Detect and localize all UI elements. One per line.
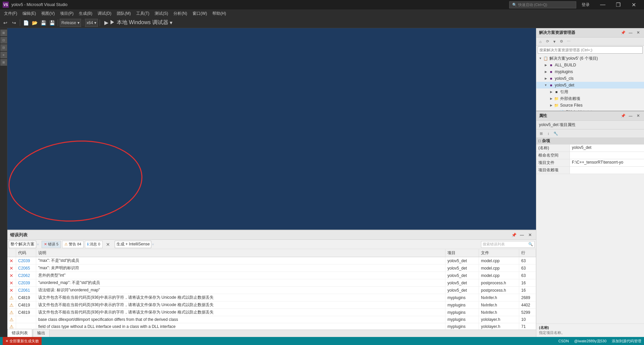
tree-source-files[interactable]: ▶ 📁 Source Files bbox=[536, 102, 644, 109]
table-row[interactable]: ⚠ field of class type without a DLL inte… bbox=[7, 323, 536, 330]
se-tb-sync[interactable]: ⟳ bbox=[544, 38, 551, 45]
filter-label: 整个解决方案 bbox=[9, 241, 36, 248]
config-dropdown[interactable]: Release ▾ bbox=[60, 19, 81, 27]
error-search-box[interactable]: 搜索错误列表 🔍 bbox=[481, 241, 535, 248]
table-row[interactable]: ✕ C2039 "max": 不是"std"的成员 yolov5_det mod… bbox=[7, 257, 536, 265]
menu-tools[interactable]: 工具(T) bbox=[133, 9, 152, 17]
se-tb-more[interactable]: ⋯ bbox=[565, 38, 572, 45]
tree-all-build[interactable]: ▶ ■ ALL_BUILD bbox=[536, 62, 644, 68]
table-row[interactable]: ⚠ C4819 该文件包含不能在当前代码页(936)中表示的字符，请将该文件保存… bbox=[7, 301, 536, 309]
menu-test[interactable]: 测试(S) bbox=[152, 9, 171, 17]
error-panel-close[interactable]: ✕ bbox=[527, 232, 533, 238]
save-all-btn[interactable]: 💾 bbox=[48, 19, 56, 27]
col-header-file[interactable]: 文件 bbox=[479, 249, 519, 257]
new-file-btn[interactable]: 📄 bbox=[22, 19, 30, 27]
tab-output[interactable]: 输出 bbox=[33, 329, 50, 337]
login-label[interactable]: 登录 bbox=[579, 2, 592, 8]
close-button[interactable]: ✕ bbox=[626, 0, 641, 9]
table-row[interactable]: ✕ C2062 意外的类型"int" yolov5_det model.cpp … bbox=[7, 272, 536, 279]
redo-btn[interactable]: ↪ bbox=[10, 19, 18, 27]
undo-btn[interactable]: ↩ bbox=[1, 19, 9, 27]
se-search-input[interactable] bbox=[538, 46, 643, 54]
tree-external-deps[interactable]: ▶ 📁 外部依赖项 bbox=[536, 95, 644, 102]
col-header-desc[interactable]: 说明 bbox=[36, 249, 445, 257]
col-header-project[interactable]: 项目 bbox=[445, 249, 479, 257]
sidebar-icon-1[interactable]: ⊞ bbox=[0, 30, 7, 36]
prop-project-title: yolov5_det 项目属性 bbox=[536, 121, 644, 129]
message-count-btn[interactable]: ℹ 消息 0 bbox=[85, 241, 102, 248]
col-header-line[interactable]: 行 bbox=[519, 249, 536, 257]
row-desc: "max": 未声明的标识符 bbox=[36, 265, 445, 272]
menu-view[interactable]: 视图(V) bbox=[39, 9, 57, 17]
tree-root[interactable]: ▼ 📋 解决方案'yolov5' (6 个项目) bbox=[536, 55, 644, 62]
menu-project[interactable]: 项目(P) bbox=[57, 9, 76, 17]
table-row[interactable]: ⚠ C4819 该文件包含不能在当前代码页(936)中表示的字符，请将该文件保存… bbox=[7, 309, 536, 316]
col-header-code[interactable]: 代码 bbox=[16, 249, 36, 257]
sidebar-icon-3[interactable]: ⊟ bbox=[0, 44, 7, 51]
row-line: 16 bbox=[519, 287, 536, 294]
tree-root-label: 解决方案'yolov5' (6 个项目) bbox=[549, 56, 643, 61]
warning-count-btn[interactable]: ⚠ 警告 84 bbox=[62, 241, 84, 248]
project-icon-myplugins: ■ bbox=[548, 69, 554, 74]
menu-window[interactable]: 窗口(W) bbox=[190, 9, 210, 17]
menu-bar: 文件(F) 编辑(E) 视图(V) 项目(P) 生成(B) 调试(D) 团队(M… bbox=[0, 9, 644, 17]
run-button[interactable]: ▶ ▶ 本地 Windows 调试器 ▾ bbox=[102, 18, 175, 27]
status-vcs[interactable]: 添加到源代码管理 bbox=[612, 339, 641, 344]
tree-myplugins[interactable]: ▶ ■ myplugins bbox=[536, 68, 644, 75]
references-arrow: ▶ bbox=[548, 90, 554, 94]
table-row[interactable]: ✕ C2061 语法错误: 标识符"unordered_map" yolov5_… bbox=[7, 287, 536, 294]
se-tb-home[interactable]: ⌂ bbox=[537, 38, 544, 45]
error-panel-min[interactable]: — bbox=[519, 232, 525, 238]
prop-label-name: (名称) bbox=[536, 145, 570, 152]
quick-launch-box[interactable]: 🔍 快速启动 (Ctrl+Q) bbox=[509, 1, 576, 8]
menu-analyze[interactable]: 分析(N) bbox=[171, 9, 190, 17]
restore-button[interactable]: ❐ bbox=[610, 0, 626, 9]
prop-controls: 📌 — ✕ bbox=[620, 113, 641, 119]
menu-help[interactable]: 帮助(H) bbox=[210, 9, 229, 17]
minimize-button[interactable]: — bbox=[595, 0, 610, 9]
open-btn[interactable]: 📂 bbox=[31, 19, 39, 27]
se-tb-props[interactable]: ⚙ bbox=[558, 38, 565, 45]
table-row[interactable]: ✕ C2065 "max": 未声明的标识符 yolov5_det model.… bbox=[7, 265, 536, 272]
error-clear-btn[interactable]: ✕ bbox=[104, 240, 112, 248]
menu-edit[interactable]: 编辑(E) bbox=[20, 9, 39, 17]
platform-dropdown[interactable]: x64 ▾ bbox=[85, 19, 98, 27]
row-project: myplugins bbox=[445, 323, 479, 330]
menu-team[interactable]: 团队(M) bbox=[114, 9, 133, 17]
row-file: model.cpp bbox=[479, 265, 519, 272]
row-desc: 该文件包含不能在当前代码页(936)中表示的字符，请将该文件保存为 Unicod… bbox=[36, 294, 445, 301]
error-search-icon[interactable]: 🔍 bbox=[528, 242, 533, 246]
tree-references[interactable]: ▶ ■ 引用 bbox=[536, 89, 644, 95]
table-row[interactable]: ⚠ base class dllexport/dllimport specifi… bbox=[7, 316, 536, 323]
se-pin-btn[interactable]: 📌 bbox=[620, 30, 627, 36]
build-filter-area[interactable]: 生成 + IntelliSense ▾ bbox=[115, 241, 154, 248]
myplugins-label: myplugins bbox=[555, 69, 643, 74]
menu-debug[interactable]: 调试(D) bbox=[95, 9, 114, 17]
prop-tb-wrench[interactable]: 🔧 bbox=[552, 130, 559, 137]
tree-yolov5det[interactable]: ▼ ■ yolov5_det bbox=[536, 82, 644, 89]
prop-min-btn[interactable]: — bbox=[627, 113, 634, 119]
table-row[interactable]: ⚠ C4819 该文件包含不能在当前代码页(936)中表示的字符，请将该文件保存… bbox=[7, 294, 536, 301]
menu-build[interactable]: 生成(B) bbox=[76, 9, 95, 17]
prop-tb-grid[interactable]: ⊞ bbox=[538, 130, 544, 137]
se-tb-filter[interactable]: ▼ bbox=[551, 38, 558, 45]
tab-error-list[interactable]: 错误列表 bbox=[7, 329, 32, 337]
error-count-btn[interactable]: ✕ 错误 5 bbox=[42, 241, 61, 248]
table-row[interactable]: ✕ C2039 "unordered_map": 不是"std"的成员 yolo… bbox=[7, 279, 536, 287]
prop-close-btn[interactable]: ✕ bbox=[635, 113, 641, 119]
row-project: yolov5_det bbox=[445, 287, 479, 294]
se-close-btn[interactable]: ✕ bbox=[635, 30, 641, 36]
filter-dropdown-area[interactable]: 整个解决方案 ▾ bbox=[9, 241, 39, 248]
tree-yolov5cls[interactable]: ▶ ■ yolov5_cls bbox=[536, 75, 644, 82]
se-minimize-btn[interactable]: — bbox=[627, 30, 634, 36]
save-btn[interactable]: 💾 bbox=[39, 19, 47, 27]
prop-tb-sort[interactable]: ↕ bbox=[545, 130, 552, 137]
row-desc: 该文件包含不能在当前代码页(936)中表示的字符，请将该文件保存为 Unicod… bbox=[36, 301, 445, 309]
sidebar-icon-2[interactable]: ⊡ bbox=[0, 37, 7, 44]
prop-pin-btn[interactable]: 📌 bbox=[620, 113, 627, 119]
menu-file[interactable]: 文件(F) bbox=[1, 9, 20, 17]
error-panel-pin[interactable]: 📌 bbox=[511, 232, 517, 238]
sidebar-icon-4[interactable]: ≡ bbox=[0, 52, 7, 58]
row-line: 10 bbox=[519, 316, 536, 323]
sidebar-icon-5[interactable]: ⊞ bbox=[0, 59, 7, 66]
